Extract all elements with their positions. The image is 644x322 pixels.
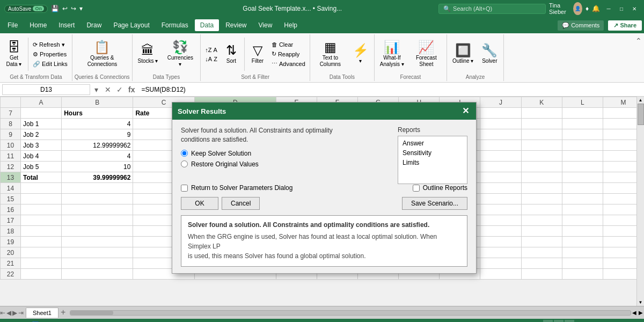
reapply-button[interactable]: ↻ Reapply [269, 49, 308, 58]
h-scrollbar-thumb[interactable] [70, 311, 113, 315]
cell-b10[interactable]: 12.99999962 [62, 140, 133, 151]
row-22[interactable]: 22 [1, 269, 21, 280]
ribbon-collapse-icon[interactable]: ⌃ [635, 36, 642, 45]
refresh-all-button[interactable]: ⟳ Refresh ▾ [31, 40, 70, 49]
cell-a8[interactable]: Job 1 [21, 119, 62, 129]
menu-review[interactable]: Review [220, 19, 252, 31]
text-to-columns-button[interactable]: ▦ Text to Columns [312, 35, 348, 73]
h-scrollbar-track[interactable] [70, 310, 631, 316]
cell-b13[interactable]: 39.99999962 [62, 172, 133, 183]
autosave-toggle[interactable]: AutoSave On [4, 5, 48, 13]
report-sensitivity[interactable]: Sensitivity [400, 148, 465, 158]
cell-j7[interactable] [480, 108, 521, 119]
restore-radio[interactable]: Restore Original Values [181, 160, 391, 168]
col-header-l[interactable]: L [562, 97, 603, 108]
return-checkbox-input[interactable] [181, 185, 188, 192]
currencies-button[interactable]: 💱 Currencies ▾ [162, 35, 198, 73]
outline-checkbox-input[interactable] [413, 185, 420, 192]
comments-button[interactable]: 💬 Comments [558, 20, 604, 31]
minimize-button[interactable]: ─ [603, 3, 614, 14]
col-header-b[interactable]: B [62, 97, 133, 108]
cell-b8[interactable]: 4 [62, 119, 133, 129]
scrollbar-track[interactable] [638, 104, 644, 299]
scroll-down-button[interactable]: ▼ [638, 299, 644, 306]
sheet-tab-sheet1[interactable]: Sheet1 [26, 308, 58, 318]
row-10[interactable]: 10 [1, 140, 21, 151]
properties-button[interactable]: ⚙ Properties [31, 50, 70, 59]
row-7[interactable]: 7 [1, 108, 21, 119]
ok-button[interactable]: OK [181, 197, 218, 210]
normal-view-button[interactable]: ▣ [543, 320, 553, 322]
tab-nav-next[interactable]: ▶ [12, 309, 17, 317]
scroll-left-btn[interactable]: ◀ [631, 310, 638, 316]
outline-button[interactable]: 🔲 Outline ▾ [449, 35, 477, 73]
restore-radio-input[interactable] [181, 160, 188, 167]
row-19[interactable]: 19 [1, 237, 21, 247]
row-11[interactable]: 11 [1, 151, 21, 162]
solver-button[interactable]: 🔧 Solver [478, 35, 501, 73]
cell-a12[interactable]: Job 5 [21, 162, 62, 172]
tab-nav-last[interactable]: ⇥ [18, 309, 24, 317]
row-15[interactable]: 15 [1, 194, 21, 204]
cell-b11[interactable]: 4 [62, 151, 133, 162]
row-12[interactable]: 12 [1, 162, 21, 172]
cell-b12[interactable]: 10 [62, 162, 133, 172]
menu-help[interactable]: Help [279, 19, 303, 31]
page-break-view-button[interactable]: ⊟ [565, 320, 574, 322]
cell-b9[interactable]: 9 [62, 129, 133, 140]
cell-k7[interactable] [521, 108, 562, 119]
save-icon[interactable]: 💾 [51, 5, 59, 12]
dialog-close-button[interactable]: ✕ [460, 106, 471, 116]
cell-a9[interactable]: Job 2 [21, 129, 62, 140]
cell-a7[interactable] [21, 108, 62, 119]
row-8[interactable]: 8 [1, 119, 21, 129]
edit-links-button[interactable]: 🔗 Edit Links [31, 60, 70, 69]
flash-fill-button[interactable]: ⚡ ▾ [349, 35, 372, 73]
cell-a10[interactable]: Job 3 [21, 140, 62, 151]
return-to-solver-checkbox[interactable]: Return to Solver Parameters Dialog [181, 184, 292, 192]
menu-file[interactable]: File [2, 19, 23, 31]
filter-button[interactable]: ▽ Filter [247, 35, 268, 73]
formula-input[interactable] [139, 85, 642, 94]
col-header-j[interactable]: J [480, 97, 521, 108]
menu-draw[interactable]: Draw [81, 19, 107, 31]
advanced-button[interactable]: ⋯ Advanced [269, 59, 308, 68]
tab-nav-first[interactable]: ⇤ [0, 309, 5, 317]
row-20[interactable]: 20 [1, 247, 21, 258]
maximize-button[interactable]: □ [616, 3, 627, 14]
sort-az-button[interactable]: ↑Z A [203, 46, 219, 54]
row-13[interactable]: 13 [1, 172, 21, 183]
menu-data[interactable]: Data [195, 19, 219, 31]
search-box[interactable]: 🔍 Search (Alt+Q) [438, 4, 546, 14]
cancel-button[interactable]: Cancel [222, 197, 260, 210]
row-18[interactable]: 18 [1, 226, 21, 237]
sort-button[interactable]: ⇅ Sort [221, 35, 242, 73]
row-9[interactable]: 9 [1, 129, 21, 140]
outline-reports-checkbox[interactable]: Outline Reports [413, 184, 467, 192]
tab-nav-prev[interactable]: ◀ [6, 309, 11, 317]
row-16[interactable]: 16 [1, 204, 21, 215]
stocks-button[interactable]: 🏛 Stocks ▾ [135, 35, 162, 73]
row-17[interactable]: 17 [1, 215, 21, 226]
page-layout-view-button[interactable]: ⊞ [554, 320, 564, 322]
cell-reference[interactable] [2, 84, 90, 95]
clear-button[interactable]: 🗑 Clear [269, 40, 308, 49]
scroll-up-button[interactable]: ▲ [638, 97, 644, 104]
cell-a13[interactable]: Total [21, 172, 62, 183]
forecast-sheet-button[interactable]: 📈 Forecast Sheet [408, 35, 444, 73]
formula-expand-icon[interactable]: ▾ [92, 85, 100, 94]
redo-icon[interactable]: ↪ [71, 5, 76, 12]
scroll-right-btn[interactable]: ▶ [638, 310, 644, 316]
close-button[interactable]: ✕ [629, 3, 640, 14]
confirm-formula-button[interactable]: ✓ [114, 85, 125, 94]
vertical-scrollbar[interactable]: ▲ ▼ [636, 97, 644, 306]
menu-view[interactable]: View [253, 19, 278, 31]
menu-home[interactable]: Home [24, 19, 52, 31]
report-limits[interactable]: Limits [400, 158, 465, 167]
undo-icon[interactable]: ↩ [62, 5, 68, 12]
bell-icon[interactable]: 🔔 [592, 5, 600, 12]
keep-radio-input[interactable] [181, 150, 188, 157]
save-scenario-button[interactable]: Save Scenario... [402, 197, 467, 210]
sort-za-button[interactable]: ↓A Z [203, 55, 219, 63]
what-if-button[interactable]: 📊 What-IfAnalysis ▾ [377, 35, 407, 73]
